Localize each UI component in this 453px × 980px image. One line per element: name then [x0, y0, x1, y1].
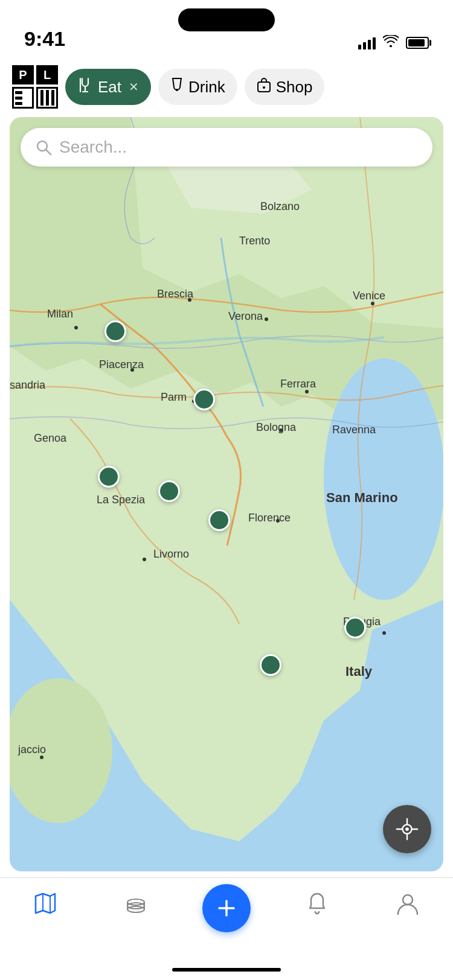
dot-livorno [143, 558, 146, 561]
dot-bologna [279, 428, 283, 432]
camera-tab-icon [123, 890, 149, 917]
dot-ferrara [305, 390, 309, 393]
svg-rect-3 [40, 90, 43, 106]
svg-point-32 [403, 895, 413, 905]
svg-point-8 [263, 86, 265, 89]
svg-line-17 [46, 150, 51, 154]
person-icon [394, 890, 421, 917]
drink-icon [170, 77, 184, 97]
pin-milan[interactable] [104, 320, 126, 342]
tab-drink[interactable]: Drink [158, 69, 237, 105]
svg-rect-0 [15, 91, 22, 94]
eat-label: Eat [98, 78, 121, 97]
home-indicator [172, 968, 281, 972]
status-time: 9:41 [24, 27, 65, 51]
pin-laspezia1[interactable] [98, 466, 120, 488]
pin-parma[interactable] [193, 389, 215, 410]
wifi-icon [383, 35, 399, 51]
dot-florence [276, 519, 280, 523]
search-placeholder: Search... [59, 138, 127, 157]
svg-point-6 [176, 89, 178, 91]
status-icons [358, 35, 429, 51]
crosshair-icon [396, 818, 419, 841]
pin-perugia[interactable] [344, 617, 366, 638]
svg-point-23 [405, 827, 409, 831]
shop-label: Shop [276, 78, 313, 97]
dot-perugia [382, 631, 386, 635]
tab-add-button[interactable] [202, 884, 251, 932]
tab-camera[interactable] [112, 890, 160, 917]
tab-shop[interactable]: Shop [245, 69, 325, 105]
svg-rect-2 [15, 102, 22, 105]
svg-rect-1 [15, 97, 22, 100]
pin-south[interactable] [260, 654, 281, 676]
battery-icon [406, 37, 429, 49]
dot-brescia [188, 298, 191, 302]
tab-profile[interactable] [384, 890, 432, 917]
dot-milan [74, 326, 78, 329]
map-tab-icon [32, 890, 59, 917]
app-logo: P L [12, 65, 56, 109]
plus-icon [214, 896, 239, 920]
location-button[interactable] [383, 805, 431, 853]
dot-venice [371, 302, 374, 305]
pin-florence[interactable] [208, 509, 230, 531]
tab-eat[interactable]: Eat ✕ [65, 69, 151, 105]
eat-icon [77, 77, 93, 97]
pin-laspezia2[interactable] [158, 480, 180, 502]
tab-map[interactable] [21, 890, 69, 917]
eat-close-icon[interactable]: ✕ [129, 80, 139, 94]
svg-rect-5 [51, 90, 54, 106]
dot-ajaccio [40, 756, 43, 759]
tab-notifications[interactable] [293, 890, 341, 917]
dynamic-island [178, 8, 275, 31]
header: P L [0, 57, 453, 117]
svg-point-14 [324, 358, 443, 600]
map-container[interactable]: Bolzano Trento Milan Brescia Verona Veni… [10, 117, 443, 871]
dot-piacenza [130, 368, 134, 372]
search-icon [35, 139, 52, 156]
bell-icon [304, 890, 330, 917]
shop-icon [257, 77, 271, 97]
search-bar[interactable]: Search... [21, 128, 432, 167]
drink-label: Drink [188, 78, 225, 97]
tab-bar [0, 877, 453, 980]
signal-icon [358, 36, 376, 49]
svg-rect-4 [46, 90, 49, 106]
dot-verona [265, 317, 268, 321]
filter-tabs: Eat ✕ Drink Shop [65, 69, 441, 105]
